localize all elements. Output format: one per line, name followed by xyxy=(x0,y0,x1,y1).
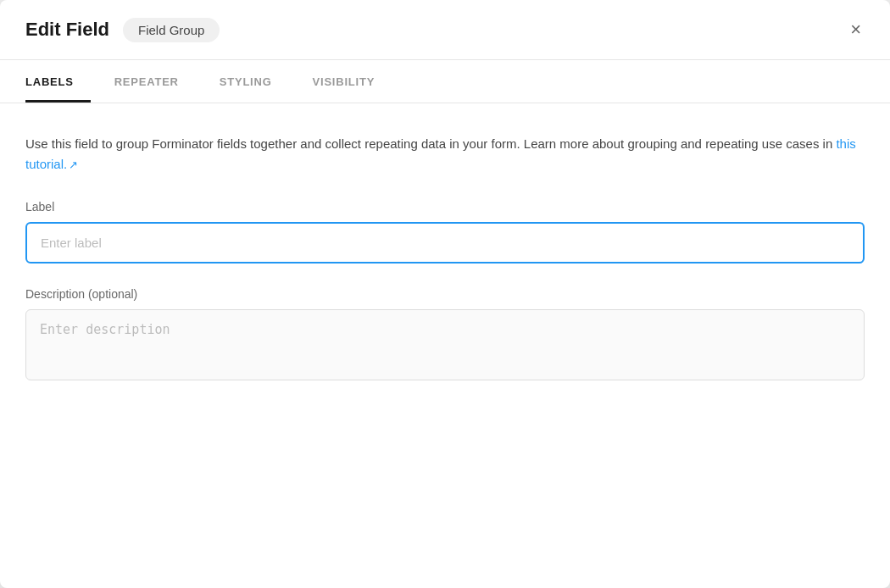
description-text-part1: Use this field to group Forminator field… xyxy=(25,136,836,151)
label-form-group: Label xyxy=(25,200,865,263)
tab-visibility[interactable]: VISIBILITY xyxy=(296,60,392,103)
close-button[interactable]: × xyxy=(847,17,865,42)
tab-styling[interactable]: STYLING xyxy=(203,60,289,103)
modal-header: Edit Field Field Group × xyxy=(0,0,890,60)
field-group-badge: Field Group xyxy=(123,18,220,42)
tab-labels[interactable]: LABELS xyxy=(25,60,91,103)
intro-description: Use this field to group Forminator field… xyxy=(25,134,865,175)
edit-field-modal: Edit Field Field Group × LABELS REPEATER… xyxy=(0,0,890,588)
external-link-icon: ↗ xyxy=(69,157,78,175)
label-field-label: Label xyxy=(25,200,865,214)
description-form-group: Description (optional) xyxy=(25,287,865,384)
description-field-label: Description (optional) xyxy=(25,287,865,301)
tabs-bar: LABELS REPEATER STYLING VISIBILITY xyxy=(0,60,890,103)
tab-repeater[interactable]: REPEATER xyxy=(97,60,196,103)
description-input[interactable] xyxy=(25,309,865,380)
modal-title: Edit Field xyxy=(25,19,109,41)
label-input[interactable] xyxy=(25,222,865,263)
modal-body: Use this field to group Forminator field… xyxy=(0,103,890,588)
